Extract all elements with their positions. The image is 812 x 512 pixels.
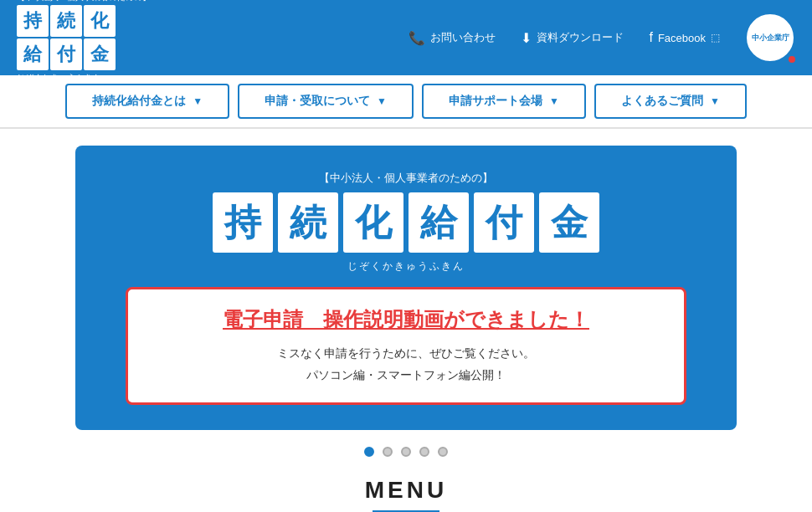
dot-4[interactable]: [419, 447, 429, 457]
nav-apply-label: 申請・受取について: [265, 94, 370, 109]
nav-about[interactable]: 持続化給付金とは ▼: [65, 84, 229, 119]
nav-about-label: 持続化給付金とは: [92, 94, 186, 109]
hero-box-body: ミスなく申請を行うために、ぜひご覧ください。 パソコン編・スマートフォン編公開！: [162, 343, 650, 385]
hero-reading: じぞくかきゅうふきん: [347, 259, 465, 274]
hero-kanji-row: 持 続 化 給 付 金: [213, 192, 599, 253]
hero-box-line1: ミスなく申請を行うために、ぜひご覧ください。: [162, 343, 650, 364]
dot-3[interactable]: [401, 447, 411, 457]
nav: 持続化給付金とは ▼ 申請・受取について ▼ 申請サポート会場 ▼ よくあるご質…: [0, 75, 812, 129]
logo-kanji-3: 化: [84, 5, 116, 37]
nav-faq-label: よくあるご質問: [621, 94, 703, 109]
hero-announcement-box: 電子申請 操作説明動画ができました！ ミスなく申請を行うために、ぜひご覧ください…: [126, 287, 686, 404]
dot-2[interactable]: [383, 447, 393, 457]
external-link-icon: ⬚: [711, 32, 720, 44]
logo-kanji-1: 持: [17, 5, 49, 37]
nav-faq[interactable]: よくあるご質問 ▼: [594, 84, 747, 119]
nav-apply[interactable]: 申請・受取について ▼: [238, 84, 414, 119]
chevron-down-icon: ▼: [193, 95, 203, 107]
nav-support[interactable]: 申請サポート会場 ▼: [422, 84, 586, 119]
sme-badge-text: 中小企業庁: [752, 33, 789, 43]
download-icon: ⬇: [521, 30, 532, 46]
hero-kanji-6: 金: [539, 192, 599, 253]
header-right: 📞 お問い合わせ ⬇ 資料ダウンロード f Facebook ⬚ 中小企業庁: [409, 13, 795, 63]
dot-5[interactable]: [438, 447, 448, 457]
facebook-icon: f: [649, 30, 652, 45]
hero-kanji-2: 続: [278, 192, 338, 253]
logo-kanji-2: 続: [50, 5, 82, 37]
chevron-down-icon: ▼: [377, 95, 387, 107]
hero-box-title: 電子申請 操作説明動画ができました！: [162, 306, 650, 333]
hero-kanji-1: 持: [213, 192, 273, 253]
contact-label: お問い合わせ: [430, 30, 496, 45]
logo-small-text: 【中小法人・個人事業者のための】: [17, 0, 151, 3]
hero-kanji-5: 付: [474, 192, 534, 253]
logo-area: 【中小法人・個人事業者のための】 持 続 化 給 付 金 じぞくかきゅうふきん: [17, 0, 151, 84]
logo-kanji-grid: 持 続 化 給 付 金: [17, 5, 116, 70]
contact-link[interactable]: 📞 お問い合わせ: [409, 30, 496, 46]
menu-title: MENU: [0, 477, 812, 504]
sme-dot: [789, 56, 795, 63]
hero-small-text: 【中小法人・個人事業者のための】: [319, 171, 493, 186]
hero-slider: 【中小法人・個人事業者のための】 持 続 化 給 付 金 じぞくかきゅうふきん …: [75, 146, 737, 430]
hero-kanji-3: 化: [343, 192, 403, 253]
dot-1[interactable]: [364, 447, 374, 457]
download-link[interactable]: ⬇ 資料ダウンロード: [521, 30, 624, 46]
logo-reading: じぞくかきゅうふきん: [17, 72, 100, 84]
facebook-label: Facebook: [658, 32, 706, 44]
nav-support-label: 申請サポート会場: [449, 94, 542, 109]
menu-section: MENU: [0, 460, 812, 512]
chevron-down-icon: ▼: [549, 95, 559, 107]
phone-icon: 📞: [409, 30, 425, 46]
hero-wrapper: ❮ 【中小法人・個人事業者のための】 持 続 化 給 付 金 じぞくかきゅうふき…: [0, 146, 812, 430]
slider-dots: [0, 447, 812, 457]
download-label: 資料ダウンロード: [537, 30, 624, 45]
logo-kanji-5: 付: [50, 38, 82, 70]
logo-kanji-4: 給: [17, 38, 49, 70]
logo-kanji-6: 金: [84, 38, 116, 70]
facebook-link[interactable]: f Facebook ⬚: [649, 30, 720, 45]
sme-badge: 中小企業庁: [745, 13, 795, 63]
header: 【中小法人・個人事業者のための】 持 続 化 給 付 金 じぞくかきゅうふきん …: [0, 0, 812, 75]
chevron-down-icon: ▼: [710, 95, 720, 107]
hero-box-line2: パソコン編・スマートフォン編公開！: [162, 365, 650, 386]
hero-kanji-4: 給: [409, 192, 469, 253]
